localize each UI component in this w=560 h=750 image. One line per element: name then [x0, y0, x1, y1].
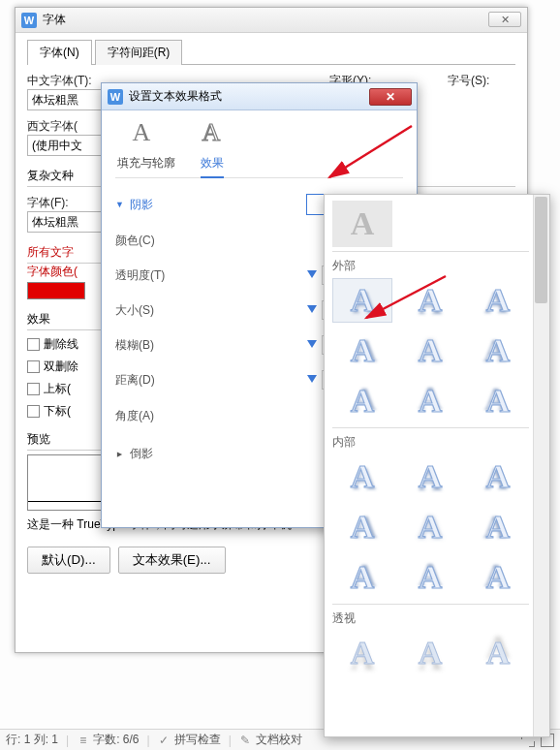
group-perspective-label: 透视 — [332, 610, 529, 627]
preset-outer-4[interactable]: A — [332, 328, 392, 373]
fx-close-button[interactable]: ✕ — [369, 88, 412, 106]
strikethrough-checkbox[interactable] — [27, 338, 40, 351]
angle-label: 角度(A) — [115, 408, 193, 424]
status-proofing[interactable]: 文档校对 — [256, 732, 302, 748]
proofing-icon: ✎ — [239, 734, 252, 747]
fx-titlebar: W 设置文本效果格式 ✕ — [102, 83, 417, 110]
status-spellcheck[interactable]: 拼写检查 — [174, 732, 221, 748]
superscript-label: 上标( — [44, 381, 71, 397]
preset-inner-6[interactable]: A — [468, 505, 528, 549]
word-count-icon: ≡ — [77, 734, 89, 747]
preset-none[interactable]: A — [332, 201, 392, 247]
preset-outer-6[interactable]: A — [468, 328, 528, 373]
slider-icon[interactable] — [307, 305, 317, 315]
distance-label: 距离(D) — [115, 372, 193, 389]
preset-inner-1[interactable]: A — [332, 454, 392, 499]
tab-char-spacing[interactable]: 字符间距(R) — [95, 40, 183, 65]
preset-outer-3[interactable]: A — [468, 278, 528, 323]
preset-outer-8[interactable]: A — [400, 379, 460, 423]
preset-outer-7[interactable]: A — [332, 379, 392, 423]
preset-outer-5[interactable]: A — [400, 328, 460, 373]
section-reflection-label: 倒影 — [130, 446, 153, 462]
fx-category-fill-icon[interactable]: A — [125, 118, 158, 147]
status-position: 行: 1 列: 1 — [6, 732, 58, 748]
preset-outer-9[interactable]: A — [468, 379, 528, 423]
size-label2: 大小(S) — [115, 302, 193, 319]
blur-label: 模糊(B) — [115, 337, 193, 354]
slider-icon[interactable] — [307, 340, 317, 350]
chinese-font-label: 中文字体(T): — [27, 73, 95, 89]
font-dialog-close-button[interactable]: ✕ — [488, 12, 521, 27]
expand-icon: ▼ — [115, 200, 124, 209]
preset-inner-7[interactable]: A — [332, 555, 392, 600]
complex-font-value: 体坛粗黑 — [32, 214, 78, 231]
color-label: 颜色(C) — [115, 233, 193, 249]
shadow-preset-panel: A 外部 A A A A A A A A A 内部 A A A A A A A … — [324, 194, 550, 737]
subscript-checkbox[interactable] — [27, 405, 40, 418]
double-strike-label: 双删除 — [44, 359, 78, 375]
preset-outer-2[interactable]: A — [400, 278, 460, 323]
superscript-checkbox[interactable] — [27, 383, 40, 395]
chinese-font-value: 体坛粗黑 — [32, 92, 78, 109]
fx-title: 设置文本效果格式 — [129, 88, 222, 105]
letter-a-icon: A — [351, 205, 375, 242]
status-word-count[interactable]: 字数: 6/6 — [93, 732, 139, 748]
preset-persp-3[interactable]: A — [468, 631, 528, 675]
preset-inner-9[interactable]: A — [468, 555, 528, 600]
fx-category-outline-icon[interactable]: A — [195, 118, 228, 147]
preset-inner-3[interactable]: A — [468, 454, 528, 499]
text-effect-button[interactable]: 文本效果(E)... — [118, 547, 226, 574]
strikethrough-label: 删除线 — [44, 336, 78, 353]
preset-persp-1[interactable]: A — [332, 631, 392, 675]
western-font-label: 西文字体( — [27, 118, 95, 135]
slider-icon[interactable] — [307, 270, 317, 280]
group-inner-label: 内部 — [332, 434, 529, 451]
font-dialog-titlebar: W 字体 ✕ — [16, 8, 527, 33]
app-logo-icon: W — [21, 13, 37, 28]
tab-font[interactable]: 字体(N) — [27, 40, 92, 65]
subtab-fill-outline[interactable]: 填充与轮廓 — [117, 155, 175, 172]
font-color-swatch[interactable] — [27, 282, 85, 299]
preset-inner-5[interactable]: A — [400, 505, 460, 549]
app-logo-icon: W — [108, 89, 123, 105]
font-dialog-title: 字体 — [43, 12, 66, 28]
section-shadow-label: 阴影 — [130, 197, 153, 213]
western-font-value: (使用中文 — [32, 138, 82, 154]
scrollbar-thumb[interactable] — [535, 197, 547, 303]
preset-outer-1[interactable]: A — [332, 278, 392, 323]
slider-icon[interactable] — [307, 375, 317, 385]
complex-font-combo[interactable]: 体坛粗黑 — [27, 211, 105, 233]
collapse-icon: ▼ — [114, 450, 124, 458]
spellcheck-icon: ✓ — [158, 734, 171, 747]
preset-scrollbar[interactable] — [533, 195, 549, 736]
preset-inner-8[interactable]: A — [400, 555, 460, 600]
transparency-label: 透明度(T) — [115, 267, 193, 284]
subtab-effect[interactable]: 效果 — [201, 155, 224, 178]
complex-font-label: 字体(F): — [27, 195, 95, 211]
double-strike-checkbox[interactable] — [27, 360, 40, 373]
western-font-combo[interactable]: (使用中文 — [27, 135, 105, 156]
preset-inner-2[interactable]: A — [400, 454, 460, 499]
preset-persp-2[interactable]: A — [400, 631, 460, 675]
preset-inner-4[interactable]: A — [332, 505, 392, 549]
default-button[interactable]: 默认(D)... — [27, 547, 110, 574]
chinese-font-combo[interactable]: 体坛粗黑 — [27, 89, 105, 110]
size-label: 字号(S): — [448, 73, 515, 89]
subscript-label: 下标( — [44, 403, 71, 420]
group-outer-label: 外部 — [332, 258, 529, 274]
